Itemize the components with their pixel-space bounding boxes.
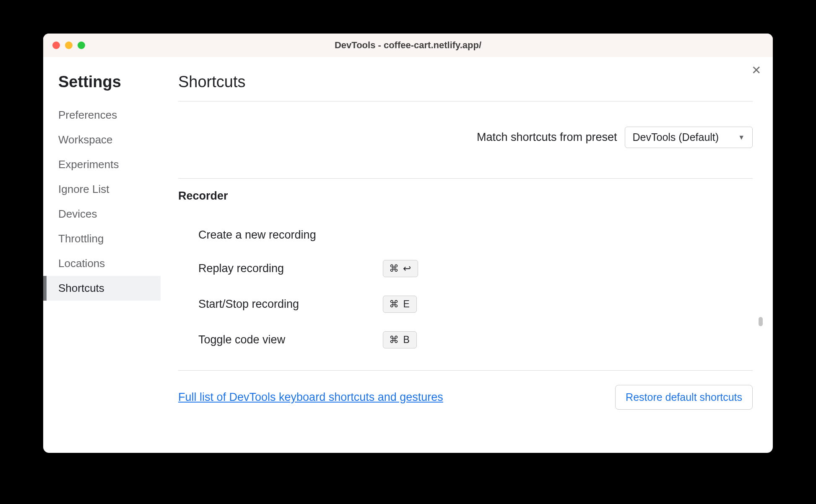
sidebar-item-shortcuts[interactable]: Shortcuts bbox=[43, 276, 161, 301]
preset-row: Match shortcuts from preset DevTools (De… bbox=[178, 101, 753, 178]
sidebar-item-locations[interactable]: Locations bbox=[43, 251, 161, 276]
traffic-lights bbox=[43, 42, 85, 49]
minimize-window-button[interactable] bbox=[65, 42, 73, 49]
full-shortcuts-link[interactable]: Full list of DevTools keyboard shortcuts… bbox=[178, 391, 443, 404]
maximize-window-button[interactable] bbox=[78, 42, 85, 49]
titlebar: DevTools - coffee-cart.netlify.app/ bbox=[43, 34, 773, 57]
sidebar-heading: Settings bbox=[43, 73, 161, 91]
close-icon[interactable]: ✕ bbox=[751, 65, 761, 76]
shortcut-row-toggle-code-view[interactable]: Toggle code view ⌘ B bbox=[178, 322, 753, 358]
preset-label: Match shortcuts from preset bbox=[477, 131, 617, 144]
content-area: ✕ Settings Preferences Workspace Experim… bbox=[43, 57, 773, 453]
devtools-window: DevTools - coffee-cart.netlify.app/ ✕ Se… bbox=[43, 34, 773, 453]
footer-row: Full list of DevTools keyboard shortcuts… bbox=[178, 371, 753, 426]
sidebar-item-workspace[interactable]: Workspace bbox=[43, 127, 161, 152]
window-title: DevTools - coffee-cart.netlify.app/ bbox=[335, 40, 481, 51]
shortcut-label: Toggle code view bbox=[198, 333, 383, 346]
shortcut-label: Replay recording bbox=[198, 262, 383, 275]
shortcut-key: ⌘ E bbox=[383, 296, 417, 313]
scrollbar-thumb[interactable] bbox=[759, 317, 763, 326]
shortcut-row-start-stop-recording[interactable]: Start/Stop recording ⌘ E bbox=[178, 286, 753, 322]
main-panel: Shortcuts Match shortcuts from preset De… bbox=[161, 57, 773, 453]
shortcut-label: Create a new recording bbox=[198, 229, 383, 242]
sidebar-item-experiments[interactable]: Experiments bbox=[43, 152, 161, 177]
preset-select[interactable]: DevTools (Default) ▼ bbox=[625, 127, 753, 148]
shortcut-label: Start/Stop recording bbox=[198, 298, 383, 311]
chevron-down-icon: ▼ bbox=[738, 134, 745, 141]
settings-sidebar: Settings Preferences Workspace Experimen… bbox=[43, 57, 161, 453]
shortcut-key: ⌘ ↩ bbox=[383, 260, 418, 277]
restore-default-shortcuts-button[interactable]: Restore default shortcuts bbox=[615, 385, 753, 410]
sidebar-item-devices[interactable]: Devices bbox=[43, 202, 161, 226]
sidebar-item-ignore-list[interactable]: Ignore List bbox=[43, 177, 161, 202]
section-title-recorder: Recorder bbox=[178, 190, 753, 203]
page-title: Shortcuts bbox=[178, 73, 753, 101]
shortcuts-section: Recorder Create a new recording Replay r… bbox=[178, 178, 753, 371]
shortcut-row-replay-recording[interactable]: Replay recording ⌘ ↩ bbox=[178, 251, 753, 286]
preset-value: DevTools (Default) bbox=[633, 131, 719, 143]
sidebar-item-throttling[interactable]: Throttling bbox=[43, 226, 161, 251]
close-window-button[interactable] bbox=[52, 42, 60, 49]
shortcut-row-create-recording[interactable]: Create a new recording bbox=[178, 219, 753, 251]
sidebar-item-preferences[interactable]: Preferences bbox=[43, 103, 161, 127]
shortcut-key: ⌘ B bbox=[383, 331, 417, 348]
